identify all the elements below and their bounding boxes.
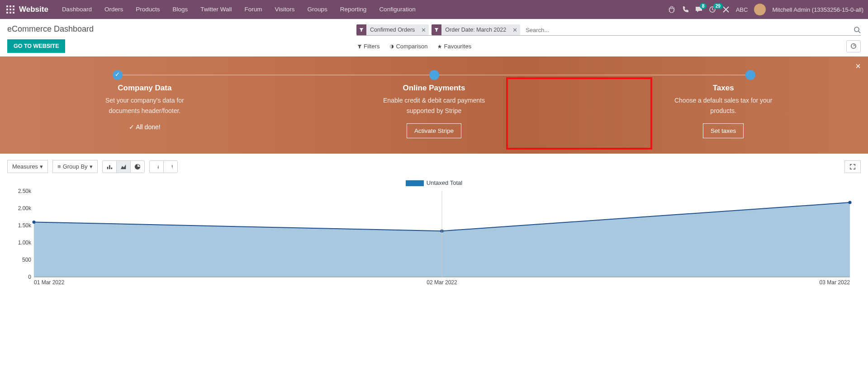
messages-icon[interactable]: 8 [695,6,702,13]
svg-rect-13 [107,167,108,169]
clock-badge: 29 [713,3,723,9]
svg-point-22 [33,221,36,224]
svg-rect-1 [9,5,11,7]
svg-text:1.50k: 1.50k [18,222,32,229]
expand-icon[interactable] [844,160,861,173]
pie-chart-icon[interactable] [130,160,145,173]
messages-badge: 8 [700,3,707,9]
avatar[interactable] [754,4,766,15]
caret-down-icon: ▾ [90,163,93,170]
clock-icon[interactable]: 29 [709,6,716,13]
activate-stripe-button[interactable]: Activate Stripe [407,123,461,138]
bug-icon[interactable] [668,6,675,13]
menu-configuration[interactable]: Configuration [373,0,422,19]
go-to-website-button[interactable]: GO TO WEBSITE [7,39,65,53]
filter-icon [356,24,366,35]
measures-button[interactable]: Measures ▾ [7,160,48,173]
phone-icon[interactable] [682,6,689,13]
step-done: ✓ All done! [50,123,240,131]
svg-point-24 [849,201,852,204]
chart-type-group [102,160,145,173]
chart-legend: Untaxed Total [9,179,859,186]
apps-icon[interactable] [6,5,14,14]
groupby-button[interactable]: ≡ Group By ▾ [52,160,98,173]
area-chart-icon[interactable] [116,160,131,173]
chart-svg: 05001.00k1.50k2.00k2.50k01 Mar 202202 Ma… [9,189,859,288]
step-title: Online Payments [339,84,529,93]
svg-rect-0 [6,5,8,7]
graph-toolbar: Measures ▾ ≡ Group By ▾ [0,154,868,175]
svg-point-10 [854,27,859,32]
step-dot-1 [113,70,123,80]
facet-remove-icon[interactable]: ✕ [510,24,520,35]
chart-area: Untaxed Total 05001.00k1.50k2.00k2.50k01… [0,175,868,297]
sort-group [149,160,178,173]
menu-orders[interactable]: Orders [98,0,129,19]
close-icon[interactable]: × [855,61,861,71]
svg-rect-15 [111,167,112,169]
menu-products[interactable]: Products [129,0,166,19]
facet-text: Order Date: March 2022 [441,24,510,35]
svg-rect-8 [13,12,14,14]
menu-forum[interactable]: Forum [238,0,269,19]
username[interactable]: Mitchell Admin (13353256-15-0-all) [772,6,863,13]
filter-facet-confirmed: Confirmed Orders ✕ [356,24,429,35]
step-desc: Choose a default sales tax for your [628,96,818,105]
menu-reporting[interactable]: Reporting [334,0,373,19]
dashboard-button[interactable] [846,40,861,52]
control-panel: eCommerce Dashboard GO TO WEBSITE Confir… [0,19,868,56]
search-input[interactable] [523,25,851,35]
filter-icon [432,24,441,35]
svg-rect-2 [13,5,14,7]
onboard-step-taxes: Taxes Choose a default sales tax for you… [628,84,818,138]
step-dot-2 [429,70,439,80]
svg-rect-5 [13,9,14,10]
svg-rect-14 [109,165,110,169]
svg-text:2.50k: 2.50k [18,189,32,194]
tools-icon[interactable] [722,6,730,13]
search-row: Confirmed Orders ✕ Order Date: March 202… [356,24,861,36]
main-menu: Dashboard Orders Products Blogs Twitter … [56,0,422,19]
step-desc: products. [628,107,818,115]
legend-swatch [406,180,424,186]
sort-desc-icon[interactable] [149,160,164,173]
svg-text:0: 0 [28,274,31,280]
favourites-menu[interactable]: Favourites [437,43,471,50]
facet-text: Confirmed Orders [366,24,418,35]
legend-label: Untaxed Total [427,179,462,186]
filters-menu[interactable]: Filters [357,43,379,50]
menu-dashboard[interactable]: Dashboard [56,0,98,19]
menu-blogs[interactable]: Blogs [166,0,194,19]
bar-chart-icon[interactable] [102,160,117,173]
svg-rect-7 [9,12,11,14]
svg-text:1.00k: 1.00k [18,240,32,246]
sort-asc-icon[interactable] [163,160,178,173]
set-taxes-button[interactable]: Set taxes [703,123,744,138]
brand[interactable]: Website [19,5,48,14]
menu-groups[interactable]: Groups [301,0,334,19]
onboard-step-payments: Online Payments Enable credit & debit ca… [339,84,529,138]
top-nav: Website Dashboard Orders Products Blogs … [0,0,868,19]
svg-text:2.00k: 2.00k [18,205,32,211]
search-icon[interactable] [854,26,861,33]
groupby-icon: ≡ [57,163,61,170]
menu-twitter-wall[interactable]: Twitter Wall [194,0,238,19]
svg-text:02 Mar 2022: 02 Mar 2022 [427,279,457,286]
step-desc: Set your company's data for [50,96,240,105]
facet-remove-icon[interactable]: ✕ [418,24,429,35]
svg-text:03 Mar 2022: 03 Mar 2022 [820,279,850,286]
db-name[interactable]: ABC [736,6,748,13]
search-options: Filters Comparison Favourites [356,40,861,52]
svg-rect-6 [6,12,8,14]
step-dot-3 [745,70,755,80]
menu-visitors[interactable]: Visitors [269,0,301,19]
step-desc: documents header/footer. [50,107,240,115]
caret-down-icon: ▾ [40,163,43,170]
nav-right: 8 29 ABC Mitchell Admin (13353256-15-0-a… [668,4,863,15]
filter-facet-date: Order Date: March 2022 ✕ [432,24,520,35]
svg-rect-4 [9,9,11,10]
step-desc: supported by Stripe [339,107,529,115]
comparison-menu[interactable]: Comparison [389,43,427,50]
onboard-step-company: Company Data Set your company's data for… [50,84,240,131]
onboarding-panel: × Company Data Set your company's data f… [0,56,868,154]
